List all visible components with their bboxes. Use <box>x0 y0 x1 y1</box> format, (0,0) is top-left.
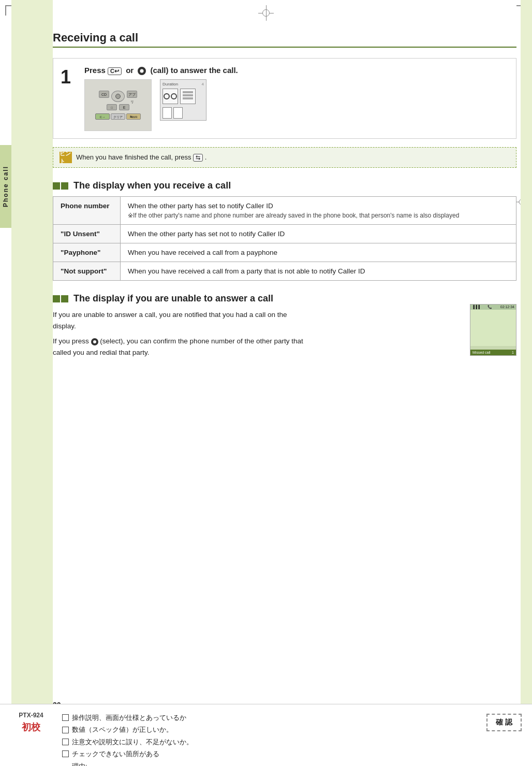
check-item-2: 注意文や説明文に誤り、不足がないか。 <box>62 736 476 748</box>
call-indicator: 📞 <box>487 305 492 309</box>
phone-middle-buttons: □ E <box>107 104 129 110</box>
check-label-0: 操作説明、画面が仕様とあっているか <box>72 712 186 724</box>
press-label: Press <box>84 66 106 75</box>
dur-box-1 <box>162 89 178 104</box>
sec-block-2 <box>61 182 68 190</box>
table-content-2: When you have received a call from a pay… <box>121 243 516 262</box>
duration-boxes <box>162 89 204 104</box>
btn-clear: クリア <box>111 113 125 120</box>
bottom-label-box: PTX-924 初校 <box>10 712 52 733</box>
section2-body: ▐▐▐ 📞 02:12:34 Missed call 1 If you are … <box>53 309 516 362</box>
bottom-bar: PTX-924 初校 操作説明、画面が仕様とあっているか 数値（スペック値）が正… <box>0 704 532 766</box>
right-green-strip <box>521 0 532 766</box>
time-display: 02:12:34 <box>500 305 514 309</box>
sec-block-1 <box>53 182 60 190</box>
duration-label: Duration <box>162 82 204 86</box>
missed-count: 1 <box>512 351 514 354</box>
page-title: Receiving a call <box>53 31 516 48</box>
phone-body-image: CD アプリ □ E C→ クリア ⇆WR <box>84 79 152 131</box>
step-1-instruction: Press C↩ or (call) to answer the call. <box>84 66 509 75</box>
check-item-1: 数値（スペック値）が正しいか。 <box>62 724 476 735</box>
btn-center <box>111 91 125 102</box>
call-key-c: C↩ <box>108 67 122 75</box>
table-row: Phone number When the other party has se… <box>53 197 516 225</box>
step-1-text: Press C↩ or (call) to answer the call. C… <box>84 66 509 131</box>
step-1-block: 1 Press C↩ or (call) to answer the call.… <box>53 58 516 139</box>
table-header-0: Phone number <box>53 197 121 225</box>
side-tab-label: Phone call <box>2 166 9 207</box>
table-row: "Payphone" When you have received a call… <box>53 243 516 262</box>
dur-sm-2 <box>173 107 183 119</box>
circle-button-icon <box>138 67 146 75</box>
table-content-0: When the other party has set to notify C… <box>121 197 516 225</box>
note-text-1: When you have finished the call, press ⇆… <box>76 153 206 162</box>
check-label-1: 数値（スペック値）が正しいか。 <box>72 724 173 735</box>
signal-icon: ▐▐▐ <box>472 305 480 309</box>
missed-screen-body <box>470 310 516 346</box>
note-content: When you have finished the call, press <box>76 153 191 161</box>
note-box-1: ヒント When you have finished the call, pre… <box>53 147 516 168</box>
btn-cd: CD <box>99 91 109 98</box>
check-label-2: 注意文や説明文に誤り、不足がないか。 <box>72 736 193 748</box>
check-item-4: 理由: <box>62 760 476 766</box>
section2-body2: If you press (select), you can confirm t… <box>53 336 312 358</box>
missed-call-display: ▐▐▐ 📞 02:12:34 Missed call 1 <box>470 304 516 356</box>
table-content-3: When you have received a call from a par… <box>121 262 516 281</box>
ptx-label: PTX-924 <box>19 712 43 719</box>
table-content-1: When the other party has set not to noti… <box>121 225 516 243</box>
note-period: . <box>205 153 207 161</box>
btn-sub: □ <box>107 104 117 110</box>
checkbox-0 <box>62 714 69 721</box>
duration-small-boxes <box>162 107 204 119</box>
call-suffix: (call) to answer the call. <box>151 66 238 75</box>
section2-title: The display if you are unable to answer … <box>73 293 273 304</box>
check-item-3: チェックできない箇所がある <box>62 748 476 760</box>
section1-header: The display when you receive a call <box>53 180 516 191</box>
phone-bottom-buttons: C→ クリア ⇆WR <box>95 113 141 120</box>
phone-top-buttons: CD アプリ <box>99 91 137 102</box>
checkbox-1 <box>62 727 69 733</box>
crosshair-bottom-marker <box>258 5 274 21</box>
left-green-strip <box>11 0 53 766</box>
checkbox-2 <box>62 739 69 745</box>
duration-display: Duration 4 <box>160 79 206 121</box>
btn-e: E <box>119 104 129 110</box>
check-label-4: 理由: <box>72 760 87 766</box>
confirm-box: 確 認 <box>486 714 522 731</box>
duration-number: 4 <box>202 82 204 86</box>
confirm-label: 確 認 <box>496 718 512 726</box>
table-header-2: "Payphone" <box>53 243 121 262</box>
table-content-0-main: When the other party has set to notify C… <box>128 202 273 210</box>
check-label-3: チェックできない箇所がある <box>72 748 159 760</box>
btn-app: アプリ <box>127 91 137 98</box>
table-row: "Not support" When you have received a c… <box>53 262 516 281</box>
sec-block-3 <box>53 295 60 302</box>
main-content: Receiving a call 1 Press C↩ or (call) to… <box>53 0 516 362</box>
section2-header: The display if you are unable to answer … <box>53 293 516 304</box>
missed-call-label: Missed call <box>472 351 491 354</box>
table-header-1: "ID Unsent" <box>53 225 121 243</box>
phone-displays: CD アプリ □ E C→ クリア ⇆WR <box>84 79 509 131</box>
checkbox-3 <box>62 750 69 757</box>
dur-box-2 <box>180 89 196 104</box>
table-note-0: ※If the other party's name and phone num… <box>128 212 509 219</box>
section2-icon <box>53 295 68 302</box>
sec-block-4 <box>61 295 68 302</box>
receive-display-table: Phone number When the other party has se… <box>53 196 516 281</box>
btn-call: C→ <box>95 113 110 120</box>
end-key: ⇆ <box>193 154 203 162</box>
section1-title: The display when you receive a call <box>73 180 231 191</box>
table-header-3: "Not support" <box>53 262 121 281</box>
step-number-1: 1 <box>61 68 76 131</box>
or-text: or <box>126 66 134 75</box>
table-row: "ID Unsent" When the other party has set… <box>53 225 516 243</box>
checklist: 操作説明、画面が仕様とあっているか 数値（スペック値）が正しいか。 注意文や説明… <box>62 712 476 766</box>
side-tab: Phone call <box>0 145 11 228</box>
section2-body1: If you are unable to answer a call, you … <box>53 309 312 331</box>
section1-icon <box>53 182 68 190</box>
missed-top-bar: ▐▐▐ 📞 02:12:34 <box>470 305 516 310</box>
note-icon: ヒント <box>60 152 72 163</box>
check-item-0: 操作説明、画面が仕様とあっているか <box>62 712 476 724</box>
dur-sm-1 <box>162 107 172 119</box>
btn-pwr: ⇆WR <box>126 113 141 120</box>
